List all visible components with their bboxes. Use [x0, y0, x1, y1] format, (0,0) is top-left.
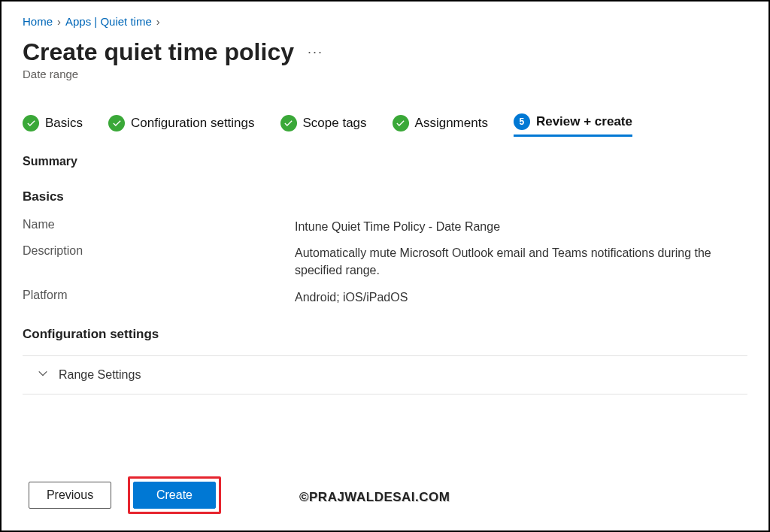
tab-assignments[interactable]: Assignments: [393, 115, 488, 136]
name-label: Name: [23, 218, 295, 235]
page-subtitle: Date range: [23, 68, 747, 80]
basics-heading: Basics: [23, 189, 747, 204]
watermark-text: ©PRAJWALDESAI.COM: [299, 490, 450, 505]
platform-value: Android; iOS/iPadOS: [295, 289, 747, 306]
tab-label: Scope tags: [303, 116, 367, 131]
config-settings-heading: Configuration settings: [23, 327, 747, 342]
checkmark-icon: [393, 115, 409, 131]
checkmark-icon: [108, 115, 125, 131]
chevron-right-icon: ›: [156, 15, 160, 28]
summary-heading: Summary: [23, 155, 747, 168]
checkmark-icon: [23, 115, 39, 131]
name-value: Intune Quiet Time Policy - Date Range: [295, 218, 747, 235]
highlight-frame: Create: [128, 476, 221, 514]
breadcrumb-home[interactable]: Home: [23, 15, 53, 28]
tab-label: Assignments: [415, 116, 488, 131]
page-title: Create quiet time policy: [23, 38, 294, 66]
breadcrumb-apps-quiet-time[interactable]: Apps | Quiet time: [65, 15, 152, 28]
tab-review-create[interactable]: 5 Review + create: [514, 113, 632, 137]
tab-basics[interactable]: Basics: [23, 115, 83, 136]
step-number-badge: 5: [514, 113, 530, 130]
tab-configuration-settings[interactable]: Configuration settings: [108, 115, 254, 136]
tab-scope-tags[interactable]: Scope tags: [280, 115, 367, 136]
checkmark-icon: [280, 115, 297, 131]
chevron-right-icon: ›: [57, 15, 61, 28]
tab-label: Review + create: [536, 114, 632, 129]
range-settings-expander[interactable]: Range Settings: [23, 355, 747, 394]
previous-button[interactable]: Previous: [29, 482, 111, 509]
tab-label: Basics: [45, 116, 83, 131]
chevron-down-icon: [38, 368, 48, 381]
description-label: Description: [23, 244, 295, 279]
expander-label: Range Settings: [59, 368, 141, 382]
wizard-tabs: Basics Configuration settings Scope tags…: [23, 113, 747, 137]
more-actions-icon[interactable]: ···: [308, 44, 323, 60]
create-button[interactable]: Create: [133, 482, 216, 509]
tab-label: Configuration settings: [131, 116, 254, 131]
breadcrumb: Home › Apps | Quiet time ›: [23, 15, 747, 28]
description-value: Automatically mute Microsoft Outlook ema…: [295, 244, 747, 279]
platform-label: Platform: [23, 289, 295, 306]
